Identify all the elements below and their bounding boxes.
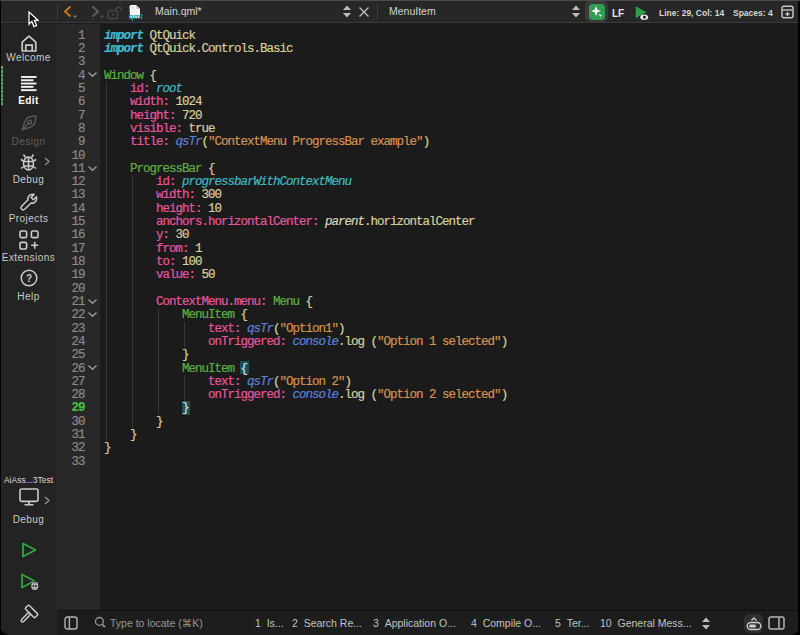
svg-text:?: ? — [26, 273, 32, 284]
svg-text:qml: qml — [129, 12, 143, 21]
